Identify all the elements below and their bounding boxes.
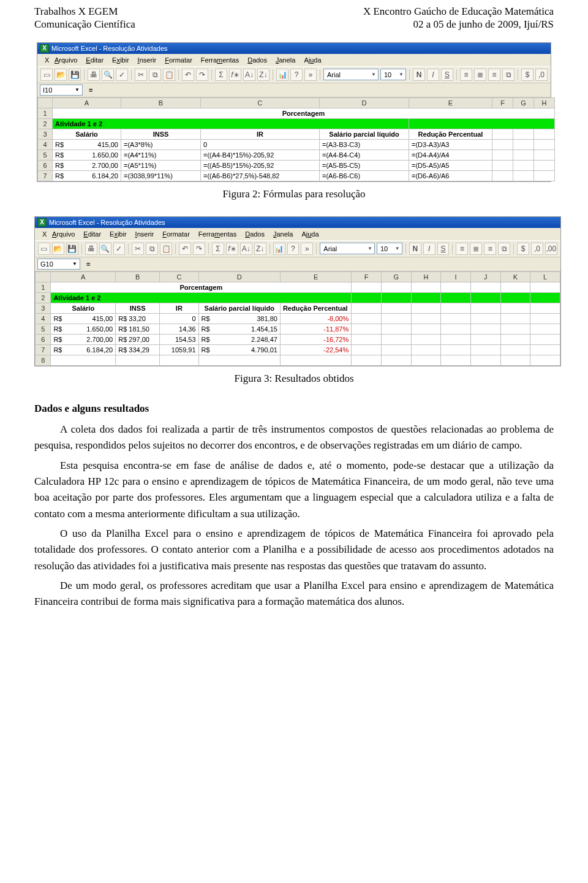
cell[interactable]: 1059,91 xyxy=(160,344,198,355)
cell[interactable] xyxy=(492,129,513,139)
cell[interactable]: =((A5-B5)*15%)-205,92 xyxy=(201,160,320,170)
cell[interactable]: =(A3-B3-C3) xyxy=(320,139,409,150)
cell[interactable] xyxy=(534,139,555,150)
cell[interactable]: R$1.454,15 xyxy=(198,324,280,334)
row-header[interactable]: 2 xyxy=(38,118,53,129)
menu-formatar[interactable]: Formatar xyxy=(161,55,196,65)
increase-decimal-icon[interactable]: ,0 xyxy=(531,243,543,255)
spreadsheet-grid[interactable]: A B C D E F G H 1Porcentagem 2Atividade … xyxy=(37,97,555,181)
cell[interactable]: =(A3*8%) xyxy=(121,139,201,150)
cell[interactable]: R$ 33,20 xyxy=(116,313,160,324)
decrease-decimal-icon[interactable]: ,00 xyxy=(545,243,557,255)
col-header[interactable]: A xyxy=(51,271,116,282)
cell[interactable] xyxy=(492,170,513,181)
undo-icon[interactable]: ↶ xyxy=(179,243,191,255)
sort-asc-icon[interactable]: A↓ xyxy=(240,243,252,255)
cell[interactable]: Atividade 1 e 2 xyxy=(53,118,409,129)
cell[interactable] xyxy=(530,303,560,313)
cell[interactable] xyxy=(470,344,500,355)
fx-icon[interactable]: f∗ xyxy=(226,243,238,255)
cell[interactable] xyxy=(441,344,471,355)
chart-icon[interactable]: 📊 xyxy=(273,243,285,255)
menu-inserir[interactable]: Inserir xyxy=(134,55,160,65)
sort-desc-icon[interactable]: Z↓ xyxy=(257,69,270,81)
cell[interactable]: 0 xyxy=(201,139,320,150)
cell[interactable]: IR xyxy=(201,129,320,139)
align-right-icon[interactable]: ≡ xyxy=(484,243,496,255)
cell[interactable]: -11,87% xyxy=(280,324,351,334)
cell[interactable] xyxy=(381,282,411,292)
col-header[interactable]: B xyxy=(121,97,201,108)
cell[interactable] xyxy=(352,303,382,313)
col-header[interactable]: D xyxy=(198,271,280,282)
cell[interactable] xyxy=(500,324,530,334)
row-header[interactable]: 5 xyxy=(38,150,53,160)
redo-icon[interactable]: ↷ xyxy=(193,243,205,255)
italic-button[interactable]: I xyxy=(427,69,439,81)
menu-ferramentas[interactable]: Ferramentas xyxy=(195,229,240,239)
menu-inserir[interactable]: Inserir xyxy=(132,229,158,239)
open-icon[interactable]: 📂 xyxy=(52,243,64,255)
spreadsheet-grid[interactable]: A B C D E F G H I J K L 1Porcentagem 2At… xyxy=(35,271,560,366)
cell[interactable]: R$381,80 xyxy=(198,313,280,324)
col-header[interactable]: G xyxy=(381,271,411,282)
cell[interactable] xyxy=(116,355,160,365)
cell[interactable] xyxy=(492,160,513,170)
cell[interactable] xyxy=(411,355,441,365)
align-right-icon[interactable]: ≡ xyxy=(488,69,500,81)
cell[interactable]: R$1.650,00 xyxy=(53,150,121,160)
cell[interactable] xyxy=(441,303,471,313)
col-header[interactable]: E xyxy=(409,97,492,108)
cell[interactable]: INSS xyxy=(121,129,201,139)
cell[interactable]: Atividade 1 e 2 xyxy=(51,292,352,303)
cell[interactable]: Porcentagem xyxy=(51,282,352,292)
new-icon[interactable]: ▭ xyxy=(40,69,53,81)
cell[interactable] xyxy=(500,313,530,324)
redo-icon[interactable]: ↷ xyxy=(196,69,208,81)
cell[interactable] xyxy=(500,282,530,292)
row-header[interactable]: 1 xyxy=(38,108,53,118)
spellcheck-icon[interactable]: ✓ xyxy=(113,243,126,255)
cell[interactable]: IR xyxy=(160,303,198,313)
preview-icon[interactable]: 🔍 xyxy=(99,243,111,255)
cell[interactable] xyxy=(534,129,555,139)
cell[interactable] xyxy=(381,313,411,324)
cell[interactable]: R$4.790,01 xyxy=(198,344,280,355)
cell[interactable]: =(A5*11%) xyxy=(121,160,201,170)
cell[interactable] xyxy=(352,324,382,334)
cell[interactable] xyxy=(530,334,560,344)
copy-icon[interactable]: ⧉ xyxy=(149,69,161,81)
cell[interactable] xyxy=(411,344,441,355)
select-all-corner[interactable] xyxy=(38,97,53,108)
autosum-icon[interactable]: Σ xyxy=(215,69,227,81)
select-all-corner[interactable] xyxy=(36,271,51,282)
sort-asc-icon[interactable]: A↓ xyxy=(243,69,255,81)
cell[interactable] xyxy=(500,344,530,355)
bold-button[interactable]: N xyxy=(413,69,425,81)
cell[interactable]: Salário xyxy=(53,129,121,139)
cell[interactable] xyxy=(411,303,441,313)
col-header[interactable]: C xyxy=(160,271,198,282)
menu-exibir[interactable]: Exibir xyxy=(106,229,130,239)
cell[interactable] xyxy=(513,129,534,139)
row-header[interactable]: 6 xyxy=(38,160,53,170)
cell[interactable]: Salário xyxy=(51,303,116,313)
menu-ferramentas[interactable]: Ferramentas xyxy=(197,55,243,65)
col-header[interactable]: C xyxy=(201,97,320,108)
cell[interactable]: =(3038,99*11%) xyxy=(121,170,201,181)
col-header[interactable]: E xyxy=(280,271,351,282)
paste-icon[interactable]: 📋 xyxy=(160,243,172,255)
align-left-icon[interactable]: ≡ xyxy=(456,243,468,255)
cell[interactable] xyxy=(352,292,382,303)
bold-button[interactable]: N xyxy=(409,243,421,255)
row-header[interactable]: 3 xyxy=(36,303,51,313)
cell[interactable]: Porcentagem xyxy=(53,108,555,118)
cell[interactable] xyxy=(381,344,411,355)
save-icon[interactable]: 💾 xyxy=(69,69,81,81)
autosum-icon[interactable]: Σ xyxy=(212,243,224,255)
col-header[interactable]: H xyxy=(411,271,441,282)
menu-arquivo[interactable]: Arquivo xyxy=(48,229,78,239)
menu-dados[interactable]: Dados xyxy=(241,229,268,239)
cell[interactable] xyxy=(352,282,382,292)
cell[interactable]: =(A6-B6-C6) xyxy=(320,170,409,181)
